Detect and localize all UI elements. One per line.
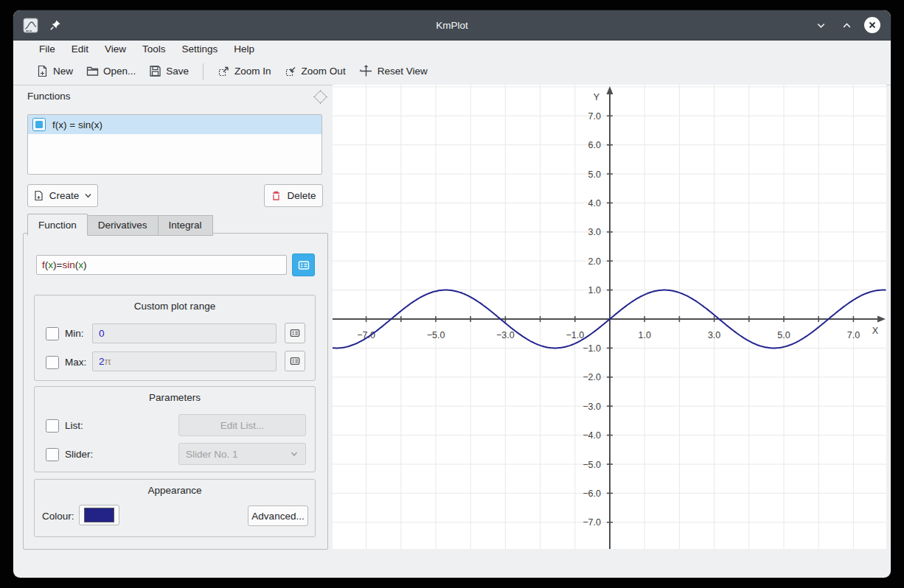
svg-text:−2.0: −2.0 bbox=[583, 372, 601, 382]
function-list: f(x) = sin(x) bbox=[27, 114, 322, 175]
function-visible-checkbox[interactable] bbox=[32, 118, 46, 131]
svg-text:1.0: 1.0 bbox=[588, 285, 601, 295]
delete-button[interactable]: Delete bbox=[264, 184, 323, 207]
save-floppy-icon bbox=[149, 65, 161, 77]
zoom-in-button[interactable]: Zoom In bbox=[211, 61, 278, 81]
function-list-item-label: f(x) = sin(x) bbox=[52, 119, 102, 130]
create-label: Create bbox=[49, 190, 80, 201]
zoom-out-button[interactable]: Zoom Out bbox=[278, 61, 352, 81]
plot-view[interactable]: −7.0−5.0−3.0−1.01.03.05.07.07.06.05.04.0… bbox=[333, 85, 886, 549]
svg-text:−3.0: −3.0 bbox=[583, 402, 601, 412]
new-button[interactable]: New bbox=[29, 61, 80, 81]
menu-settings[interactable]: Settings bbox=[174, 42, 226, 56]
trash-icon bbox=[271, 190, 282, 201]
menu-view[interactable]: View bbox=[97, 42, 134, 56]
zoom-in-label: Zoom In bbox=[234, 66, 271, 77]
reset-view-label: Reset View bbox=[378, 66, 428, 77]
svg-text:5.0: 5.0 bbox=[777, 330, 790, 340]
dock-float-icon[interactable] bbox=[313, 90, 327, 103]
svg-text:−1.0: −1.0 bbox=[566, 330, 584, 340]
tab-derivatives[interactable]: Derivatives bbox=[88, 215, 159, 236]
open-button[interactable]: Open... bbox=[80, 61, 142, 81]
create-icon bbox=[33, 190, 44, 201]
svg-text:Y: Y bbox=[594, 92, 600, 102]
svg-text:5.0: 5.0 bbox=[588, 169, 601, 180]
svg-text:7.0: 7.0 bbox=[588, 111, 601, 122]
kmplot-window: KmPlot File Edit View Tools Settings Hel… bbox=[13, 10, 891, 578]
delete-label: Delete bbox=[287, 190, 316, 201]
svg-text:−3.0: −3.0 bbox=[496, 330, 515, 340]
reset-view-icon bbox=[359, 65, 373, 77]
minimize-button[interactable] bbox=[813, 17, 829, 33]
menu-tools[interactable]: Tools bbox=[134, 42, 174, 56]
open-folder-icon bbox=[86, 65, 99, 77]
main-toolbar: New Open... Save Zoom In Zoom Out Reset … bbox=[13, 57, 891, 85]
open-label: Open... bbox=[103, 66, 136, 77]
window-title: KmPlot bbox=[13, 20, 891, 31]
svg-text:3.0: 3.0 bbox=[588, 227, 601, 237]
sine-plot: −7.0−5.0−3.0−1.01.03.05.07.07.06.05.04.0… bbox=[333, 85, 886, 549]
svg-text:−6.0: −6.0 bbox=[583, 489, 601, 499]
svg-text:3.0: 3.0 bbox=[708, 330, 720, 340]
svg-text:2.0: 2.0 bbox=[588, 256, 601, 267]
menu-bar: File Edit View Tools Settings Help bbox=[13, 41, 891, 57]
title-bar: KmPlot bbox=[13, 10, 891, 41]
svg-text:−5.0: −5.0 bbox=[427, 330, 445, 340]
function-tab-panel bbox=[23, 233, 328, 550]
new-label: New bbox=[53, 66, 73, 77]
save-label: Save bbox=[166, 66, 189, 77]
reset-view-button[interactable]: Reset View bbox=[352, 61, 434, 81]
menu-edit[interactable]: Edit bbox=[63, 42, 97, 56]
tab-function[interactable]: Function bbox=[27, 214, 88, 236]
svg-text:X: X bbox=[872, 326, 879, 336]
create-button[interactable]: Create bbox=[27, 184, 98, 207]
svg-text:−5.0: −5.0 bbox=[583, 460, 601, 470]
svg-text:7.0: 7.0 bbox=[847, 330, 860, 340]
svg-text:−4.0: −4.0 bbox=[583, 430, 601, 441]
tab-integral[interactable]: Integral bbox=[159, 215, 213, 236]
svg-text:4.0: 4.0 bbox=[588, 198, 601, 209]
zoom-in-icon bbox=[218, 65, 230, 77]
save-button[interactable]: Save bbox=[142, 61, 195, 81]
menu-help[interactable]: Help bbox=[226, 42, 262, 56]
dock-title: Functions bbox=[27, 91, 71, 102]
new-document-icon bbox=[36, 65, 49, 77]
menu-file[interactable]: File bbox=[31, 42, 63, 56]
svg-text:6.0: 6.0 bbox=[588, 140, 601, 150]
chevron-down-icon bbox=[84, 192, 92, 200]
zoom-out-label: Zoom Out bbox=[302, 66, 346, 77]
toolbar-separator bbox=[203, 63, 204, 80]
function-tabs: Function Derivatives Integral bbox=[27, 214, 213, 236]
function-list-item[interactable]: f(x) = sin(x) bbox=[28, 115, 321, 134]
svg-text:−7.0: −7.0 bbox=[583, 517, 601, 528]
svg-text:−1.0: −1.0 bbox=[583, 343, 601, 354]
zoom-out-icon bbox=[285, 65, 297, 77]
maximize-button[interactable] bbox=[838, 17, 855, 33]
close-button[interactable] bbox=[864, 17, 880, 33]
svg-text:1.0: 1.0 bbox=[639, 330, 651, 340]
